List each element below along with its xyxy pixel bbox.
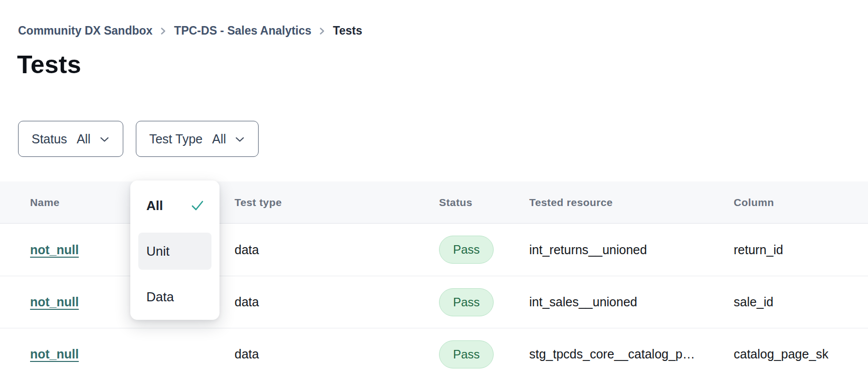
column-header-column: Column: [734, 197, 868, 209]
status-filter-button[interactable]: Status All: [18, 121, 123, 157]
chevron-right-icon: [160, 26, 166, 37]
dropdown-item-label: Unit: [146, 244, 169, 259]
column-cell: return_id: [734, 243, 868, 257]
breadcrumb-item-account[interactable]: Community DX Sandbox: [18, 24, 152, 38]
test-name-link[interactable]: not_null: [30, 295, 79, 309]
test-name-link[interactable]: not_null: [30, 347, 79, 361]
test-type-cell: data: [235, 295, 439, 309]
dropdown-item-label: All: [146, 198, 163, 214]
table-row: not_null data Pass stg_tpcds_core__catal…: [0, 328, 868, 379]
dropdown-item-unit[interactable]: Unit: [138, 233, 211, 270]
filter-bar: Status All Test Type All: [18, 121, 259, 157]
dropdown-item-all[interactable]: All: [138, 189, 211, 222]
column-header-status: Status: [439, 197, 529, 209]
status-badge: Pass: [439, 236, 494, 264]
tested-resource-cell: int_sales__unioned: [529, 295, 734, 309]
dropdown-item-label: Data: [146, 289, 174, 305]
breadcrumb-item-project[interactable]: TPC-DS - Sales Analytics: [174, 24, 311, 38]
test-type-cell: data: [235, 243, 439, 257]
test-type-filter-label: Test Type: [149, 132, 203, 146]
check-icon: [190, 200, 204, 212]
tested-resource-cell: int_returns__unioned: [529, 243, 734, 257]
test-type-filter-value: All: [212, 132, 226, 146]
column-cell: catalog_page_sk: [734, 347, 868, 361]
chevron-down-icon: [235, 136, 245, 143]
tested-resource-cell: stg_tpcds_core__catalog_p…: [529, 347, 734, 361]
test-type-dropdown-menu: All Unit Data: [130, 180, 220, 320]
status-badge: Pass: [439, 340, 494, 368]
column-header-test-type: Test type: [235, 197, 439, 209]
chevron-down-icon: [99, 136, 110, 143]
test-name-link[interactable]: not_null: [30, 243, 79, 257]
status-badge: Pass: [439, 288, 494, 316]
test-type-cell: data: [235, 347, 439, 361]
breadcrumb-item-current: Tests: [333, 24, 362, 38]
breadcrumb: Community DX Sandbox TPC-DS - Sales Anal…: [18, 24, 362, 38]
page-title: Tests: [17, 50, 81, 79]
column-cell: sale_id: [734, 295, 868, 309]
status-filter-value: All: [77, 132, 91, 146]
column-header-tested-resource: Tested resource: [529, 197, 734, 209]
test-type-filter-button[interactable]: Test Type All: [136, 121, 259, 157]
status-filter-label: Status: [32, 132, 67, 146]
dropdown-item-data[interactable]: Data: [138, 281, 211, 313]
chevron-right-icon: [319, 26, 325, 37]
